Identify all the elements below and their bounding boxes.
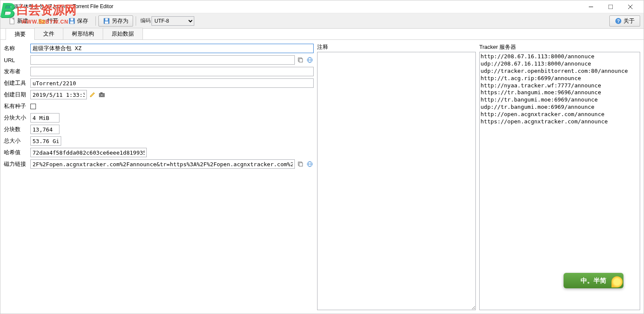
ime-indicator[interactable]: 中。半简 xyxy=(564,273,623,288)
new-button[interactable]: 新建 xyxy=(4,15,33,27)
save-as-icon xyxy=(103,18,110,24)
svg-point-19 xyxy=(101,94,103,96)
copy-url-button[interactable] xyxy=(297,56,304,64)
createdby-input[interactable] xyxy=(30,78,314,88)
flower-icon xyxy=(611,276,623,287)
pieces-label: 分块数 xyxy=(4,126,29,133)
save-icon xyxy=(68,18,75,24)
edit-date-button[interactable] xyxy=(89,91,96,99)
save-button[interactable]: 保存 xyxy=(64,15,93,27)
pieces-input xyxy=(30,125,59,134)
tab-files[interactable]: 文件 xyxy=(34,28,63,39)
tab-strip: 摘要 文件 树形结构 原始数据 xyxy=(0,29,644,40)
publisher-input[interactable] xyxy=(30,67,314,76)
createdon-label: 创建日期 xyxy=(4,91,29,99)
totalsize-label: 总大小 xyxy=(4,137,29,145)
magnet-input xyxy=(30,159,295,169)
createdon-input[interactable] xyxy=(30,90,87,99)
save-as-button[interactable]: 另存为 xyxy=(98,15,133,27)
piecesize-input xyxy=(30,113,59,123)
hash-input xyxy=(30,148,147,157)
svg-rect-9 xyxy=(105,18,108,21)
svg-rect-22 xyxy=(299,163,303,166)
piecesize-label: 分块大小 xyxy=(4,114,29,122)
app-icon xyxy=(4,3,11,10)
copy-magnet-button[interactable] xyxy=(297,160,304,168)
tab-raw[interactable]: 原始数据 xyxy=(103,28,143,39)
file-new-icon xyxy=(9,18,15,24)
toolbar-separator xyxy=(136,16,136,26)
private-label: 私有种子 xyxy=(4,102,29,110)
svg-rect-7 xyxy=(70,21,74,24)
totalsize-input xyxy=(30,136,61,146)
tracker-panel: Tracker 服务器 http://208.67.16.113:8000/an… xyxy=(479,43,640,310)
svg-rect-14 xyxy=(299,59,303,62)
url-input[interactable] xyxy=(30,55,295,65)
minimize-button[interactable] xyxy=(581,0,601,13)
open-magnet-button[interactable] xyxy=(306,160,314,168)
hash-label: 哈希值 xyxy=(4,149,29,156)
name-label: 名称 xyxy=(4,45,29,52)
svg-text:?: ? xyxy=(617,18,620,24)
encoding-select[interactable]: UTF-8 xyxy=(151,16,194,26)
url-label: URL xyxy=(4,57,29,63)
open-button[interactable]: 打开 xyxy=(34,15,63,27)
help-icon: ? xyxy=(615,18,622,24)
private-checkbox[interactable] xyxy=(30,104,36,109)
svg-rect-1 xyxy=(608,5,613,9)
comment-panel: 注释 xyxy=(317,43,476,310)
toolbar: 新建 打开 保存 另存为 编码 UTF-8 ? 关于 xyxy=(0,13,644,29)
comment-label: 注释 xyxy=(317,43,476,51)
camera-button[interactable] xyxy=(98,91,106,99)
app-window: B 白芸资源网 WWW.52BYW.CN 级字体整合包 XZ.torrent -… xyxy=(0,0,644,314)
content-area: 名称 URL 发布者 创建工具 创建日期 xyxy=(0,40,644,314)
name-input[interactable] xyxy=(30,44,314,53)
summary-panel: 名称 URL 发布者 创建工具 创建日期 xyxy=(4,43,314,310)
open-url-button[interactable] xyxy=(306,56,314,64)
svg-rect-10 xyxy=(105,21,108,24)
tab-tree[interactable]: 树形结构 xyxy=(63,28,103,39)
close-button[interactable] xyxy=(620,0,640,13)
window-title: 级字体整合包 XZ.torrent - Torrent File Editor xyxy=(13,3,581,10)
tab-summary[interactable]: 摘要 xyxy=(6,28,35,40)
tracker-textarea[interactable]: http://208.67.16.113:8000/annonuce udp:/… xyxy=(479,52,640,310)
svg-rect-6 xyxy=(71,18,73,21)
folder-open-icon xyxy=(39,18,45,24)
about-button[interactable]: ? 关于 xyxy=(609,15,640,27)
tracker-label: Tracker 服务器 xyxy=(479,43,640,51)
maximize-button[interactable] xyxy=(601,0,620,13)
createdby-label: 创建工具 xyxy=(4,79,29,87)
publisher-label: 发布者 xyxy=(4,68,29,75)
titlebar: 级字体整合包 XZ.torrent - Torrent File Editor xyxy=(0,0,644,13)
toolbar-separator xyxy=(95,16,96,26)
encoding-label: 编码 xyxy=(140,17,151,24)
comment-textarea[interactable] xyxy=(317,52,476,310)
magnet-label: 磁力链接 xyxy=(4,160,29,168)
svg-rect-20 xyxy=(101,93,102,93)
